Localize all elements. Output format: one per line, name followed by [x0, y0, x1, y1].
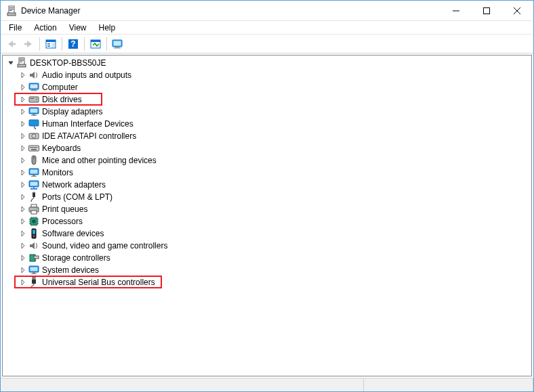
monitor-icon [28, 167, 39, 178]
chevron-right-icon[interactable] [19, 242, 27, 250]
statusbar [1, 378, 533, 391]
tree-item-cpu[interactable]: Processors [3, 215, 531, 227]
tree-item-label: Keyboards [42, 144, 81, 153]
back-button[interactable] [3, 36, 20, 52]
tree-item-computer[interactable]: Computer [3, 81, 531, 93]
chevron-right-icon[interactable] [19, 254, 27, 262]
tree-item-mouse[interactable]: Mice and other pointing devices [3, 154, 531, 167]
svg-rect-15 [47, 46, 50, 47]
svg-rect-39 [33, 114, 35, 115]
svg-rect-0 [9, 6, 14, 14]
device-tree[interactable]: DESKTOP-BBS50JE Audio inputs and outputs… [2, 55, 532, 376]
tree-item-label: Disk drives [42, 95, 82, 104]
window-title: Device Manager [21, 6, 440, 16]
menu-action[interactable]: Action [28, 22, 62, 33]
sound-icon [28, 240, 39, 251]
tree-item-ide[interactable]: IDE ATA/ATAPI controllers [3, 130, 531, 142]
close-button[interactable] [501, 1, 532, 20]
svg-rect-85 [33, 230, 35, 234]
tree-item-printer[interactable]: Print queues [3, 203, 531, 215]
svg-rect-22 [114, 41, 121, 45]
chevron-right-icon[interactable] [19, 193, 27, 201]
svg-rect-41 [29, 120, 39, 126]
chevron-right-icon[interactable] [19, 83, 27, 91]
svg-rect-46 [29, 146, 39, 151]
tree-root[interactable]: DESKTOP-BBS50JE [3, 57, 531, 69]
chevron-right-icon[interactable] [19, 71, 27, 79]
tree-item-usb[interactable]: Universal Serial Bus controllers [3, 276, 531, 288]
tree-item-audio[interactable]: Audio inputs and outputs [3, 69, 531, 81]
tree-item-sound[interactable]: Sound, video and game controllers [3, 240, 531, 252]
tree-item-label: Audio inputs and outputs [42, 70, 131, 80]
keyboard-icon [28, 143, 39, 154]
help-button[interactable]: ? [65, 36, 81, 52]
chevron-right-icon[interactable] [19, 120, 27, 128]
svg-point-45 [33, 135, 35, 137]
svg-rect-3 [9, 10, 12, 11]
scan-hardware-button[interactable] [87, 36, 104, 52]
tree-item-label: Processors [42, 217, 83, 226]
svg-rect-23 [115, 47, 119, 48]
svg-rect-52 [37, 147, 38, 148]
tree-item-monitor[interactable]: Monitors [3, 167, 531, 179]
tree-item-label: Universal Serial Bus controllers [42, 278, 155, 287]
ide-icon [28, 131, 39, 141]
tree-item-label: Display adapters [42, 107, 102, 116]
storage-icon [28, 253, 39, 263]
chevron-right-icon[interactable] [19, 132, 27, 140]
tree-item-label: Mice and other pointing devices [42, 156, 157, 165]
tree-item-network[interactable]: Network adapters [3, 179, 531, 191]
chevron-right-icon[interactable] [19, 205, 27, 213]
toolbar-divider [106, 37, 107, 51]
toolbar-divider [39, 37, 40, 51]
tree-item-label: Monitors [42, 168, 73, 177]
chevron-right-icon[interactable] [19, 266, 27, 274]
svg-rect-68 [31, 211, 37, 214]
tree-item-system[interactable]: System devices [3, 264, 531, 276]
tree-item-keyboard[interactable]: Keyboards [3, 142, 531, 154]
svg-rect-92 [31, 274, 37, 274]
tree-item-display[interactable]: Display adapters [3, 106, 531, 118]
maximize-button[interactable] [471, 1, 501, 20]
svg-rect-27 [20, 60, 24, 61]
toolbar-divider [62, 37, 62, 51]
chevron-right-icon[interactable] [19, 156, 27, 165]
chevron-right-icon[interactable] [19, 144, 27, 152]
tree-root-label: DESKTOP-BBS50JE [30, 58, 106, 68]
svg-rect-47 [30, 147, 31, 148]
chevron-right-icon[interactable] [19, 169, 27, 177]
tree-item-software[interactable]: Software devices [3, 227, 531, 240]
svg-rect-14 [47, 45, 50, 45]
chevron-down-icon[interactable] [7, 59, 15, 67]
tree-item-disk[interactable]: Disk drives [3, 93, 531, 106]
svg-rect-48 [31, 147, 33, 148]
svg-point-42 [35, 128, 36, 129]
tree-item-hid[interactable]: Human Interface Devices [3, 118, 531, 130]
tree-item-label: Computer [42, 83, 78, 92]
show-hide-console-button[interactable] [43, 36, 59, 52]
svg-text:?: ? [70, 39, 75, 49]
chevron-right-icon[interactable] [19, 230, 27, 238]
menu-help[interactable]: Help [94, 22, 121, 33]
devices-printers-button[interactable] [110, 36, 126, 52]
chevron-right-icon[interactable] [19, 278, 27, 286]
chevron-right-icon[interactable] [19, 95, 27, 104]
chevron-right-icon[interactable] [19, 108, 27, 116]
chevron-right-icon[interactable] [19, 217, 27, 225]
svg-rect-28 [20, 62, 22, 62]
svg-rect-29 [18, 64, 26, 67]
menu-file[interactable]: File [3, 22, 27, 33]
tree-item-label: Storage controllers [42, 253, 110, 263]
tree-item-storage[interactable]: Storage controllers [3, 252, 531, 264]
usb-icon [28, 277, 39, 288]
chevron-right-icon[interactable] [19, 181, 27, 189]
tree-item-port[interactable]: Ports (COM & LPT) [3, 191, 531, 203]
forward-button[interactable] [20, 36, 37, 52]
disk-icon [28, 94, 39, 105]
menubar: File Action View Help [1, 21, 533, 35]
minimize-button[interactable] [440, 1, 471, 20]
svg-rect-6 [483, 7, 489, 14]
svg-rect-12 [46, 40, 56, 42]
menu-view[interactable]: View [64, 22, 92, 33]
svg-rect-36 [30, 98, 34, 99]
